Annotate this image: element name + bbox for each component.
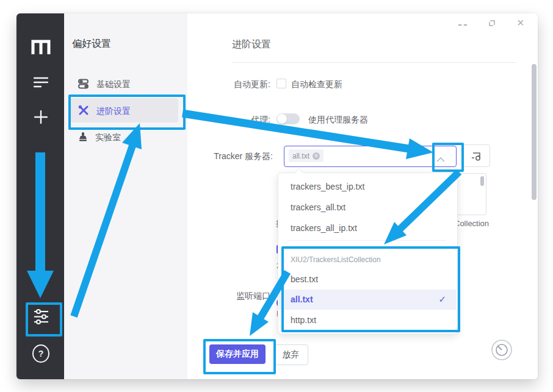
dropdown-item[interactable]: trackers_all_ip.txt	[291, 223, 357, 233]
sync-trackers-button[interactable]	[461, 144, 490, 167]
sidebar-item-lab[interactable]: 实验室	[78, 132, 121, 144]
proxy-toggle-label: 使用代理服务器	[308, 115, 368, 126]
tracker-dropdown: trackers_best_ip.txt trackers_all.txt tr…	[278, 173, 458, 334]
dropdown-item[interactable]: http.txt	[291, 315, 316, 325]
tag-close-icon[interactable]: ×	[313, 152, 320, 160]
sidebar-item-label: 实验室	[95, 132, 121, 143]
tracker-select[interactable]: all.txt ×	[284, 146, 457, 167]
preferences-title: 偏好设置	[72, 38, 111, 51]
minimize-button[interactable]	[458, 24, 467, 27]
listen-port-label: 监听端口	[201, 291, 270, 302]
main-scrollbar[interactable]	[532, 64, 537, 200]
dropdown-item[interactable]: trackers_all.txt	[291, 202, 345, 212]
sync-trackers-icon	[471, 151, 482, 161]
preferences-icon[interactable]	[33, 308, 49, 325]
dropdown-item[interactable]: best.txt	[291, 274, 318, 284]
auto-update-checkbox[interactable]	[276, 79, 286, 88]
screenshot-root: ? 偏好设置 基础设置 进阶设置 实验室 × 进阶设置 自动更新: 自动检查更新…	[0, 0, 553, 392]
motrix-logo-icon	[30, 38, 52, 56]
discard-button[interactable]: 放弃	[273, 344, 308, 365]
selected-check-icon: ✓	[438, 294, 446, 305]
toggle-knob	[277, 114, 287, 124]
help-question-glyph: ?	[32, 344, 49, 363]
sidebar-item-label: 基础设置	[96, 79, 131, 90]
proxy-label: 代理:	[201, 115, 270, 126]
save-apply-button[interactable]: 保存并应用	[209, 344, 266, 364]
proxy-toggle[interactable]	[276, 113, 300, 124]
help-text-fragment: Collection	[454, 219, 491, 228]
chevron-up-icon[interactable]	[436, 154, 445, 165]
speed-gauge-icon[interactable]	[486, 335, 517, 368]
textarea-scrollbar[interactable]	[480, 176, 484, 186]
dropdown-group-label: XIU2/TrackersListCollection	[291, 255, 381, 264]
tracker-tag[interactable]: all.txt ×	[289, 149, 323, 162]
lab-icon	[78, 132, 88, 144]
dropdown-item-selected[interactable]: all.txt	[291, 294, 313, 304]
basic-settings-icon	[78, 79, 89, 91]
sidebar-item-label: 进阶设置	[96, 106, 131, 117]
sidebar-item-basic[interactable]: 基础设置	[78, 79, 131, 91]
page-title: 进阶设置	[232, 38, 271, 51]
add-task-icon[interactable]	[34, 110, 48, 124]
dropdown-divider	[289, 240, 446, 241]
advanced-settings-icon	[78, 105, 89, 118]
sidebar-item-advanced[interactable]: 进阶设置	[78, 105, 131, 118]
close-button[interactable]: ×	[517, 17, 524, 28]
dropdown-item[interactable]: trackers_best_ip.txt	[291, 182, 364, 191]
maximize-button[interactable]	[488, 19, 496, 30]
task-list-icon[interactable]	[34, 77, 48, 88]
tracker-label: Tracker 服务器:	[201, 151, 273, 162]
preferences-sidebar	[64, 13, 187, 379]
tracker-tag-label: all.txt	[292, 152, 309, 160]
title-divider	[232, 62, 516, 63]
dropdown-popper-arrow	[295, 169, 303, 173]
auto-update-checkbox-label[interactable]: 自动检查更新	[291, 79, 342, 90]
help-icon[interactable]: ?	[32, 345, 49, 362]
auto-update-label: 自动更新:	[201, 79, 270, 90]
